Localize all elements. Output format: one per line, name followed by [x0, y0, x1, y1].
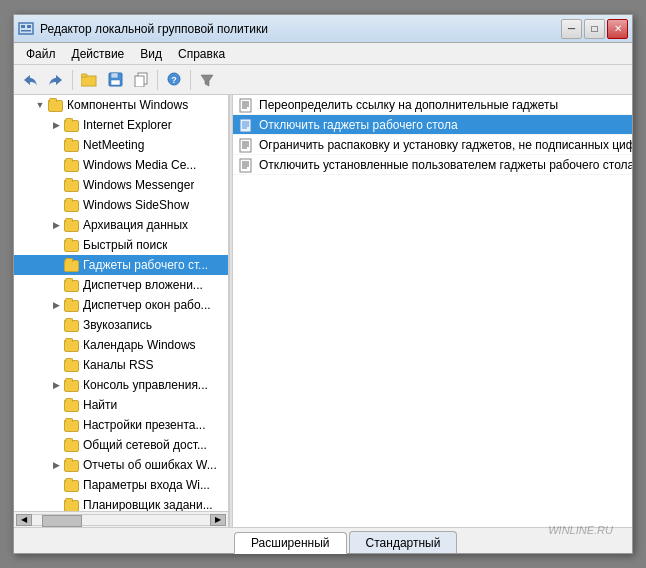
close-button[interactable]: ✕	[607, 19, 628, 39]
tree-label-ie: Internet Explorer	[83, 118, 172, 132]
tree-label-loginparam: Параметры входа Wi...	[83, 478, 210, 492]
policy-item-redefine[interactable]: Переопределить ссылку на дополнительные …	[233, 95, 632, 115]
expand-depman	[48, 277, 64, 293]
policy-label-redefine: Переопределить ссылку на дополнительные …	[259, 98, 558, 112]
copy-button[interactable]	[129, 68, 153, 92]
tree-view[interactable]: ▼ Компоненты Windows ▶ Internet Explorer	[14, 95, 228, 511]
policy-item-restrict[interactable]: Ограничить распаковку и установку гаджет…	[233, 135, 632, 155]
menu-action[interactable]: Действие	[64, 45, 133, 63]
policy-item-disableuser[interactable]: Отключить установленные пользователем га…	[233, 155, 632, 175]
tree-label-rss: Каналы RSS	[83, 358, 154, 372]
policy-item-disable[interactable]: Отключить гаджеты рабочего стола	[233, 115, 632, 135]
title-bar: Редактор локальной групповой политики ─ …	[14, 15, 632, 43]
tree-item-gadgets[interactable]: Гаджеты рабочего ст...	[14, 255, 228, 275]
tree-item-taskplan[interactable]: Планировщик задани...	[14, 495, 228, 511]
tree-label-fastsearch: Быстрый поиск	[83, 238, 167, 252]
tab-extended[interactable]: Расширенный	[234, 532, 347, 554]
minimize-button[interactable]: ─	[561, 19, 582, 39]
tree-item-sound[interactable]: Звукозапись	[14, 315, 228, 335]
folder-icon-wmessenger	[64, 178, 80, 192]
help-button[interactable]: ?	[162, 68, 186, 92]
tree-label-taskplan: Планировщик задани...	[83, 498, 213, 511]
expand-ie[interactable]: ▶	[48, 117, 64, 133]
tree-item-depman[interactable]: Диспетчер вложени...	[14, 275, 228, 295]
left-hscrollbar[interactable]: ◀ ▶	[14, 511, 228, 527]
scroll-thumb[interactable]	[42, 515, 82, 527]
expand-loginparam	[48, 477, 64, 493]
policy-list: Переопределить ссылку на дополнительные …	[233, 95, 632, 527]
tree-label-wsideshow: Windows SideShow	[83, 198, 189, 212]
folder-icon-loginparam	[64, 478, 80, 492]
expand-wsideshow	[48, 197, 64, 213]
tree-item-netaccess[interactable]: Общий сетевой дост...	[14, 435, 228, 455]
svg-rect-0	[19, 23, 33, 34]
tree-item-wsideshow[interactable]: Windows SideShow	[14, 195, 228, 215]
tree-item-prsettings[interactable]: Настройки презента...	[14, 415, 228, 435]
save-button[interactable]	[103, 68, 127, 92]
tree-label-console: Консоль управления...	[83, 378, 208, 392]
tree-item-wmc[interactable]: Windows Media Ce...	[14, 155, 228, 175]
back-button[interactable]	[18, 68, 42, 92]
expand-root[interactable]: ▼	[32, 97, 48, 113]
tree-label-wmessenger: Windows Messenger	[83, 178, 194, 192]
menu-view[interactable]: Вид	[132, 45, 170, 63]
tab-standard[interactable]: Стандартный	[349, 531, 458, 553]
expand-errreport[interactable]: ▶	[48, 457, 64, 473]
tree-label-sound: Звукозапись	[83, 318, 152, 332]
tree-item-console[interactable]: ▶ Консоль управления...	[14, 375, 228, 395]
folder-icon-taskplan	[64, 498, 80, 511]
window-icon	[18, 21, 34, 37]
tree-label-calendar: Календарь Windows	[83, 338, 196, 352]
svg-rect-8	[111, 80, 120, 85]
tree-item-find[interactable]: Найти	[14, 395, 228, 415]
tree-label-archive: Архивация данных	[83, 218, 188, 232]
tree-item-netmeeting[interactable]: NetMeeting	[14, 135, 228, 155]
svg-rect-7	[111, 73, 118, 78]
window-controls: ─ □ ✕	[561, 19, 628, 39]
expand-netmeeting	[48, 137, 64, 153]
folder-icon-calendar	[64, 338, 80, 352]
tree-item-ie[interactable]: ▶ Internet Explorer	[14, 115, 228, 135]
folder-icon-prsettings	[64, 418, 80, 432]
tree-label-netaccess: Общий сетевой дост...	[83, 438, 207, 452]
folder-icon-fastsearch	[64, 238, 80, 252]
tree-label-errreport: Отчеты об ошибках W...	[83, 458, 217, 472]
expand-wmessenger	[48, 177, 64, 193]
tree-item-archive[interactable]: ▶ Архивация данных	[14, 215, 228, 235]
svg-rect-2	[27, 25, 31, 28]
folder-icon-winman	[64, 298, 80, 312]
expand-winman[interactable]: ▶	[48, 297, 64, 313]
tree-label-prsettings: Настройки презента...	[83, 418, 205, 432]
tree-item-calendar[interactable]: Календарь Windows	[14, 335, 228, 355]
tree-item-loginparam[interactable]: Параметры входа Wi...	[14, 475, 228, 495]
expand-sound	[48, 317, 64, 333]
expand-archive[interactable]: ▶	[48, 217, 64, 233]
scroll-left-btn[interactable]: ◀	[16, 514, 32, 526]
tree-item-wmessenger[interactable]: Windows Messenger	[14, 175, 228, 195]
menu-file[interactable]: Файл	[18, 45, 64, 63]
folder-icon-root	[48, 98, 64, 112]
toolbar: ?	[14, 65, 632, 95]
bottom-tabs: Расширенный Стандартный	[14, 527, 632, 553]
forward-button[interactable]	[44, 68, 68, 92]
menu-help[interactable]: Справка	[170, 45, 233, 63]
maximize-button[interactable]: □	[584, 19, 605, 39]
tree-item-root[interactable]: ▼ Компоненты Windows	[14, 95, 228, 115]
tree-item-errreport[interactable]: ▶ Отчеты об ошибках W...	[14, 455, 228, 475]
expand-console[interactable]: ▶	[48, 377, 64, 393]
separator-3	[190, 70, 191, 90]
scroll-right-btn[interactable]: ▶	[210, 514, 226, 526]
folder-icon-ie	[64, 118, 80, 132]
folder-button[interactable]	[77, 68, 101, 92]
folder-icon-find	[64, 398, 80, 412]
separator-1	[72, 70, 73, 90]
folder-icon-rss	[64, 358, 80, 372]
tree-item-rss[interactable]: Каналы RSS	[14, 355, 228, 375]
filter-button[interactable]	[195, 68, 219, 92]
tree-item-fastsearch[interactable]: Быстрый поиск	[14, 235, 228, 255]
folder-icon-sound	[64, 318, 80, 332]
folder-icon-errreport	[64, 458, 80, 472]
tree-label-depman: Диспетчер вложени...	[83, 278, 203, 292]
svg-rect-5	[81, 74, 87, 77]
tree-item-winman[interactable]: ▶ Диспетчер окон рабо...	[14, 295, 228, 315]
